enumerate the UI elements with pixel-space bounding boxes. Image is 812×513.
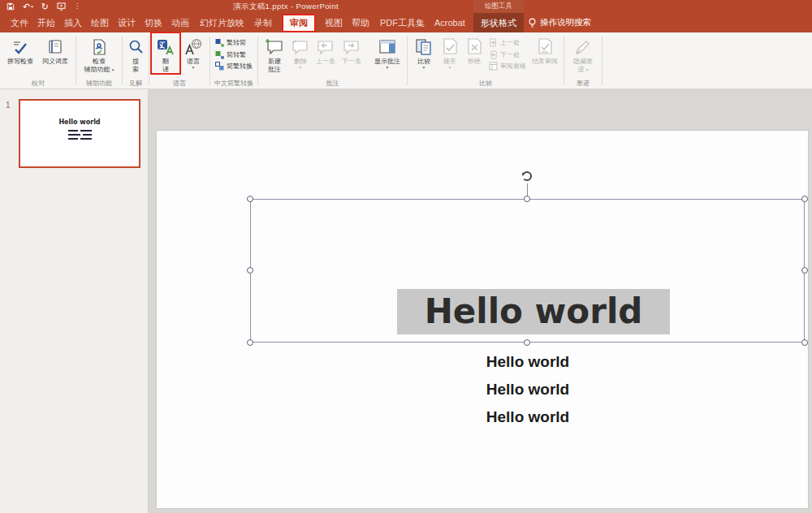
tab-record[interactable]: 录制 bbox=[250, 14, 276, 32]
slide-canvas[interactable]: Hello world Hello world Hello world Hell… bbox=[156, 130, 809, 509]
resize-handle-top-right[interactable] bbox=[801, 196, 808, 202]
body-text-line: Hello world bbox=[406, 376, 650, 403]
convert-icon bbox=[215, 50, 224, 59]
delete-comment-button[interactable]: 删除 ▾ bbox=[288, 33, 313, 70]
undo-icon[interactable]: ↶▾ bbox=[23, 0, 33, 13]
slideshow-from-start-icon[interactable] bbox=[57, 2, 66, 11]
redo-icon[interactable]: ↻ bbox=[41, 0, 49, 13]
selected-title-text[interactable]: Hello world bbox=[397, 289, 670, 334]
ribbon-divider bbox=[602, 37, 603, 85]
tab-pdf-tools[interactable]: PDF工具集 bbox=[376, 14, 429, 32]
tab-acrobat[interactable]: Acrobat bbox=[430, 15, 469, 31]
resize-handle-bottom-left[interactable] bbox=[247, 339, 253, 346]
new-comment-button[interactable]: 新建 批注 bbox=[261, 33, 288, 73]
compare-button[interactable]: 比较 ▾ bbox=[410, 33, 438, 70]
tab-draw[interactable]: 绘图 bbox=[87, 14, 113, 32]
previous-comment-button[interactable]: 上一条 bbox=[313, 33, 339, 66]
accept-icon bbox=[441, 36, 459, 58]
thumbnail-body-text bbox=[20, 130, 139, 140]
tab-view[interactable]: 视图 bbox=[321, 14, 347, 32]
comments-pane-icon bbox=[378, 36, 397, 58]
editing-workspace: Hello world Hello world Hello world Hell… bbox=[149, 89, 812, 513]
previous-change-icon bbox=[489, 38, 498, 47]
accessibility-icon bbox=[90, 36, 108, 58]
rotation-handle-stem bbox=[527, 183, 528, 196]
translate-icon bbox=[156, 36, 175, 58]
ribbon-divider bbox=[76, 37, 76, 85]
ribbon-group-insights: 搜 索 见解 bbox=[123, 33, 148, 88]
language-icon bbox=[184, 36, 203, 58]
ribbon-divider bbox=[209, 37, 210, 85]
resize-handle-top-left[interactable] bbox=[247, 196, 253, 202]
spellcheck-icon bbox=[11, 36, 29, 58]
next-comment-button[interactable]: 下一条 bbox=[339, 33, 365, 66]
thumbnail-title-text: Hello world bbox=[20, 119, 139, 126]
next-change-button[interactable]: 下一处 bbox=[489, 50, 526, 59]
resize-handle-middle-left[interactable] bbox=[247, 267, 253, 274]
save-icon[interactable] bbox=[6, 2, 15, 11]
new-comment-icon bbox=[265, 36, 284, 58]
check-accessibility-button[interactable]: 检查 辅助功能 ▾ bbox=[79, 33, 119, 73]
slide-number: 1 bbox=[6, 101, 11, 110]
reject-button[interactable]: 拒绝 bbox=[462, 33, 486, 66]
tab-shape-format[interactable]: 形状格式 bbox=[473, 13, 524, 32]
compare-icon bbox=[414, 36, 434, 58]
hide-ink-pen-icon bbox=[573, 36, 593, 58]
convert-icon bbox=[215, 38, 224, 47]
body-text-block[interactable]: Hello world Hello world Hello world bbox=[406, 348, 650, 431]
tab-review[interactable]: 审阅 bbox=[282, 14, 316, 32]
simplified-traditional-convert-button[interactable]: 简繁转换 bbox=[215, 62, 253, 71]
title-bar: ↶▾ ↻ ⋮ 演示文稿1.pptx - PowerPoint 绘图工具 bbox=[0, 0, 812, 13]
next-comment-icon bbox=[342, 36, 361, 58]
accept-button[interactable]: 接受 ▾ bbox=[438, 33, 462, 70]
spell-check-button[interactable]: 拼写检查 bbox=[3, 33, 37, 66]
hide-ink-button[interactable]: 隐藏墨 迹 ▾ bbox=[567, 33, 599, 73]
tab-file[interactable]: 文件 bbox=[6, 14, 32, 32]
body-text-line: Hello world bbox=[406, 403, 650, 431]
ribbon-divider bbox=[257, 37, 258, 85]
delete-comment-icon bbox=[291, 36, 310, 58]
tab-insert[interactable]: 插入 bbox=[60, 14, 86, 32]
thesaurus-button[interactable]: 同义词库 bbox=[37, 33, 73, 66]
ribbon-group-comments: 新建 批注 删除 ▾ 上一条 bbox=[259, 33, 406, 88]
ribbon-group-accessibility: 检查 辅助功能 ▾ 辅助功能 bbox=[77, 33, 121, 88]
resize-handle-middle-right[interactable] bbox=[801, 267, 808, 274]
rotation-handle-icon[interactable] bbox=[522, 171, 532, 181]
tab-transitions[interactable]: 切换 bbox=[140, 14, 166, 32]
next-change-icon bbox=[489, 50, 498, 59]
end-review-button[interactable]: 结束审阅 bbox=[529, 33, 561, 66]
ribbon-divider bbox=[407, 37, 408, 85]
slide-1-thumbnail[interactable]: Hello world bbox=[19, 99, 140, 168]
powerpoint-window: ↶▾ ↻ ⋮ 演示文稿1.pptx - PowerPoint 绘图工具 文件 开… bbox=[0, 0, 812, 513]
ribbon-group-proofing: 拼写检查 同义词库 校对 bbox=[2, 33, 75, 88]
tab-home[interactable]: 开始 bbox=[33, 14, 59, 32]
body-text-line: Hello world bbox=[406, 348, 650, 376]
language-button[interactable]: 语言 ▾ bbox=[179, 33, 207, 70]
show-comments-button[interactable]: 显示批注 ▾ bbox=[370, 33, 404, 70]
reviewing-pane-button[interactable]: 审阅窗格 bbox=[489, 62, 526, 71]
tab-help[interactable]: 帮助 bbox=[348, 14, 374, 32]
search-button[interactable]: 搜 索 bbox=[125, 33, 146, 73]
quick-access-toolbar: ↶▾ ↻ ⋮ bbox=[6, 0, 80, 13]
tab-animations[interactable]: 动画 bbox=[167, 14, 193, 32]
resize-handle-bottom-right[interactable] bbox=[801, 339, 808, 346]
ribbon-divider bbox=[564, 37, 564, 85]
traditional-to-simplified-button[interactable]: 繁转简 bbox=[215, 38, 253, 47]
translate-button[interactable]: 翻 译 bbox=[152, 33, 179, 73]
tab-design[interactable]: 设计 bbox=[114, 14, 140, 32]
contextual-tools-header: 绘图工具 bbox=[473, 0, 524, 13]
resize-handle-top-center[interactable] bbox=[524, 196, 530, 202]
resize-handle-bottom-center[interactable] bbox=[524, 339, 530, 346]
ribbon-divider bbox=[122, 37, 123, 85]
simplified-to-traditional-button[interactable]: 简转繁 bbox=[215, 50, 253, 59]
end-review-icon bbox=[536, 36, 554, 58]
tell-me-search[interactable]: 操作说明搜索 bbox=[529, 13, 591, 32]
tab-slide-show[interactable]: 幻灯片放映 bbox=[196, 14, 248, 32]
more-commands-icon[interactable]: ⋮ bbox=[74, 0, 80, 13]
ribbon-group-language: 翻 译 语言 ▾ 语言 bbox=[150, 33, 209, 88]
ribbon-group-ink: 隐藏墨 迹 ▾ 墨迹 bbox=[565, 33, 601, 88]
reviewing-pane-icon bbox=[489, 62, 498, 71]
previous-change-button[interactable]: 上一处 bbox=[489, 38, 526, 47]
content-area: 1 Hello world bbox=[0, 89, 812, 513]
book-icon bbox=[46, 36, 64, 58]
